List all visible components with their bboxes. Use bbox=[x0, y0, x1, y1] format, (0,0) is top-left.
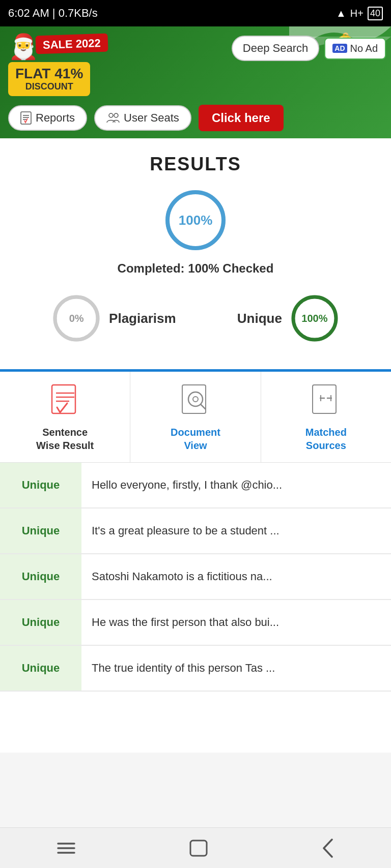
unique-label: Unique bbox=[237, 311, 282, 326]
result-row[interactable]: Unique The true identity of this person … bbox=[0, 646, 391, 692]
wifi-icon: H+ bbox=[350, 8, 364, 19]
sentence-wise-icon bbox=[50, 384, 80, 420]
result-badge-2: Unique bbox=[0, 508, 81, 553]
result-text-5: The true identity of this person Tas ... bbox=[81, 646, 391, 691]
nav-back-button[interactable] bbox=[317, 833, 339, 863]
main-circle-gauge: 100% bbox=[162, 187, 229, 253]
discount-label: DISCOUNT bbox=[15, 82, 83, 92]
plagiarism-side: 0% Plagiarism bbox=[51, 293, 176, 344]
main-gauge-value: 100% bbox=[179, 213, 213, 228]
flat-discount-badge: FLAT 41% DISCOUNT bbox=[8, 62, 90, 96]
result-row[interactable]: Unique He was the first person that also… bbox=[0, 600, 391, 646]
ad-top-buttons: Deep Search AD No Ad bbox=[232, 36, 386, 61]
svg-rect-12 bbox=[52, 385, 75, 413]
badge-text-3: Unique bbox=[22, 570, 60, 583]
unique-side: Unique 100% bbox=[237, 293, 340, 344]
plagiarism-label: Plagiarism bbox=[109, 311, 176, 326]
reports-label: Reports bbox=[36, 111, 75, 125]
main-gauge-container: 100% bbox=[10, 187, 381, 253]
results-title: RESULTS bbox=[10, 154, 381, 175]
no-ads-label: No Ad bbox=[350, 43, 378, 54]
ad-banner: 🎅 SALE 2022 FLAT 41% DISCOUNT 🔔 Deep Sea… bbox=[0, 26, 391, 138]
click-here-button[interactable]: Click here bbox=[199, 105, 284, 131]
matched-sources-option[interactable]: MatchedSources bbox=[261, 372, 391, 462]
back-icon bbox=[322, 839, 334, 858]
deep-search-button[interactable]: Deep Search bbox=[232, 36, 319, 61]
unique-value: 100% bbox=[301, 313, 327, 324]
user-seats-icon bbox=[106, 112, 120, 124]
completed-text: Completed: 100% Checked bbox=[10, 261, 381, 276]
ad-bottom-buttons: Reports User Seats Click here bbox=[8, 105, 284, 131]
result-badge-4: Unique bbox=[0, 600, 81, 645]
result-badge-3: Unique bbox=[0, 554, 81, 599]
user-seats-button[interactable]: User Seats bbox=[94, 105, 191, 131]
battery-icon: 40 bbox=[368, 7, 383, 20]
result-text-1: Hello everyone, firstly, I thank @chio..… bbox=[81, 463, 391, 507]
santa-hat-icon: 🎅 bbox=[8, 33, 39, 61]
svg-point-5 bbox=[114, 113, 118, 117]
result-row[interactable]: Unique It's a great pleasure to be a stu… bbox=[0, 508, 391, 554]
badge-text-4: Unique bbox=[22, 616, 60, 629]
hamburger-icon bbox=[57, 841, 75, 856]
result-badge-5: Unique bbox=[0, 646, 81, 691]
badge-text-2: Unique bbox=[22, 524, 60, 537]
document-view-icon bbox=[180, 384, 211, 420]
badge-text-1: Unique bbox=[22, 478, 60, 492]
status-bar: 6:02 AM | 0.7KB/s ▲ H+ 40 bbox=[0, 0, 391, 26]
matched-sources-icon bbox=[311, 384, 341, 420]
ad-label: AD bbox=[332, 44, 347, 53]
results-section: RESULTS 100% Completed: 100% Checked bbox=[0, 138, 391, 364]
result-badge-1: Unique bbox=[0, 463, 81, 507]
svg-rect-20 bbox=[313, 385, 336, 413]
plagiarism-gauge: 0% bbox=[51, 293, 102, 344]
document-view-option[interactable]: DocumentView bbox=[130, 372, 261, 462]
result-row[interactable]: Unique Satoshi Nakamoto is a fictitious … bbox=[0, 554, 391, 600]
user-seats-label: User Seats bbox=[124, 111, 179, 125]
results-list: Unique Hello everyone, firstly, I thank … bbox=[0, 463, 391, 692]
result-text-3: Satoshi Nakamoto is a fictitious na... bbox=[81, 554, 391, 599]
reports-icon bbox=[20, 111, 32, 125]
result-text-4: He was the first person that also bui... bbox=[81, 600, 391, 645]
sale-badge: SALE 2022 bbox=[35, 34, 108, 54]
reports-button[interactable]: Reports bbox=[8, 105, 87, 131]
status-right: ▲ H+ 40 bbox=[336, 7, 383, 20]
plag-unique-row: 0% Plagiarism Unique 100% bbox=[10, 288, 381, 349]
main-content: RESULTS 100% Completed: 100% Checked bbox=[0, 138, 391, 753]
badge-text-5: Unique bbox=[22, 662, 60, 675]
unique-gauge: 100% bbox=[289, 293, 340, 344]
square-icon bbox=[189, 840, 208, 857]
sentence-wise-option[interactable]: SentenceWise Result bbox=[0, 372, 130, 462]
no-ads-button[interactable]: AD No Ad bbox=[324, 38, 386, 59]
nav-bar bbox=[0, 827, 391, 868]
document-view-label: DocumentView bbox=[171, 426, 220, 452]
sale-year: SALE 2022 bbox=[43, 37, 101, 52]
plagiarism-value: 0% bbox=[69, 313, 84, 324]
status-time: 6:02 AM | 0.7KB/s bbox=[8, 7, 98, 20]
flat-discount-value: FLAT 41% bbox=[15, 66, 83, 81]
nav-menu-button[interactable] bbox=[52, 835, 80, 861]
sentence-wise-label: SentenceWise Result bbox=[36, 426, 94, 452]
nav-home-button[interactable] bbox=[184, 834, 213, 862]
signal-icon: ▲ bbox=[336, 8, 346, 19]
view-options: SentenceWise Result DocumentView Matched… bbox=[0, 372, 391, 463]
svg-rect-28 bbox=[190, 841, 207, 856]
result-row[interactable]: Unique Hello everyone, firstly, I thank … bbox=[0, 463, 391, 508]
result-text-2: It's a great pleasure to be a student ..… bbox=[81, 508, 391, 553]
matched-sources-label: MatchedSources bbox=[305, 426, 347, 452]
svg-point-4 bbox=[109, 113, 113, 117]
